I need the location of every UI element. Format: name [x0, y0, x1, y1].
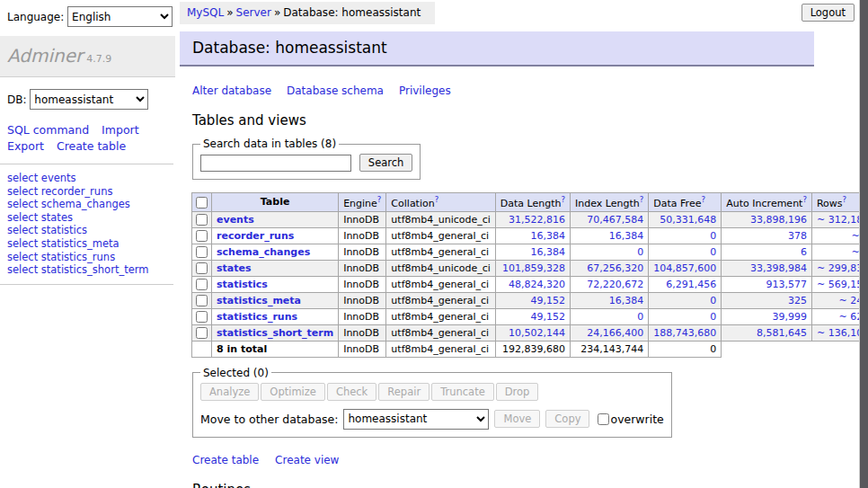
move-db-select[interactable]: homeassistant: [343, 409, 489, 430]
search-button[interactable]: Search: [359, 154, 413, 172]
vertical-scrollbar[interactable]: [859, 0, 868, 488]
table-name-link[interactable]: statistics: [217, 279, 268, 290]
db-select[interactable]: homeassistant: [30, 89, 148, 110]
breadcrumb-server-link[interactable]: Server: [236, 6, 271, 19]
row-checkbox[interactable]: [196, 327, 208, 339]
help-link[interactable]: ?: [435, 195, 439, 204]
select-table-link[interactable]: select statistics: [7, 224, 87, 236]
data-free-link[interactable]: 104,857,600: [653, 262, 716, 274]
select-table-link[interactable]: select statistics_short_term: [7, 263, 148, 276]
select-table-link[interactable]: select schema_changes: [7, 198, 130, 210]
create-table-link[interactable]: Create table: [192, 454, 259, 466]
auto-increment-link[interactable]: 325: [788, 295, 807, 306]
help-link[interactable]: ?: [701, 195, 705, 204]
logout-button[interactable]: Logout: [802, 4, 855, 22]
table-name-link[interactable]: schema_changes: [217, 246, 310, 258]
data-free-link[interactable]: 50,331,648: [660, 214, 716, 226]
auto-increment-link[interactable]: 913,577: [766, 279, 807, 290]
data-length-link[interactable]: 16,384: [531, 230, 566, 242]
row-checkbox[interactable]: [196, 246, 208, 258]
data-free-link[interactable]: 0: [710, 311, 716, 323]
row-checkbox[interactable]: [196, 279, 208, 290]
index-length-link[interactable]: 67,256,320: [587, 262, 643, 274]
index-length-link[interactable]: 24,166,400: [587, 327, 643, 339]
check-all-checkbox[interactable]: [196, 197, 208, 209]
row-checkbox[interactable]: [196, 295, 208, 306]
auto-increment-link[interactable]: 8,581,645: [757, 327, 807, 339]
table-row: schema_changesInnoDButf8mb4_general_ci16…: [192, 244, 868, 260]
select-table-link[interactable]: select states: [7, 211, 73, 224]
data-length-link[interactable]: 101,859,328: [502, 262, 565, 274]
auto-increment-link[interactable]: 6: [801, 246, 807, 258]
data-free-link[interactable]: 188,743,680: [653, 327, 716, 339]
help-link[interactable]: ?: [562, 195, 566, 204]
table-name-link[interactable]: recorder_runs: [217, 230, 294, 242]
optimize-button[interactable]: Optimize: [261, 383, 325, 401]
analyze-button[interactable]: Analyze: [200, 383, 259, 401]
select-table-link[interactable]: select recorder_runs: [7, 185, 112, 198]
table-link-item: select recorder_runs: [7, 185, 175, 199]
row-checkbox[interactable]: [196, 311, 208, 323]
data-free-link[interactable]: 0: [710, 230, 716, 242]
help-link[interactable]: ?: [843, 195, 847, 204]
import-link[interactable]: Import: [102, 123, 139, 137]
search-input[interactable]: [200, 155, 351, 172]
move-button[interactable]: Move: [494, 410, 540, 428]
index-length-link[interactable]: 0: [637, 246, 643, 258]
data-length-link[interactable]: 49,152: [531, 311, 566, 323]
data-length-link[interactable]: 49,152: [531, 295, 566, 306]
database-schema-link[interactable]: Database schema: [287, 84, 384, 97]
table-link-item: select statistics_short_term: [7, 263, 175, 277]
select-table-link[interactable]: select events: [7, 172, 76, 184]
drop-button[interactable]: Drop: [496, 383, 539, 401]
table-name-link[interactable]: statistics_short_term: [217, 327, 333, 339]
table-name-link[interactable]: statistics_meta: [217, 295, 301, 306]
language-select[interactable]: English: [67, 6, 173, 27]
row-checkbox-cell: [192, 244, 212, 260]
copy-button[interactable]: Copy: [545, 410, 589, 428]
overwrite-checkbox[interactable]: [598, 413, 609, 425]
move-label: Move to other database:: [200, 413, 338, 426]
export-link[interactable]: Export: [7, 139, 44, 153]
help-link[interactable]: ?: [377, 195, 382, 204]
auto-increment-link[interactable]: 33,398,984: [750, 262, 807, 274]
column-header: Index Length?: [571, 193, 649, 212]
index-length-link[interactable]: 0: [637, 311, 643, 323]
index-length-link[interactable]: 16,384: [609, 230, 644, 242]
column-header: Data Length?: [495, 193, 570, 212]
select-table-link[interactable]: select statistics_meta: [7, 237, 120, 250]
breadcrumb-mysql-link[interactable]: MySQL: [187, 6, 224, 19]
data-free-link[interactable]: 0: [710, 295, 716, 306]
app-version: 4.7.9: [86, 53, 111, 65]
table-name-link[interactable]: events: [217, 214, 254, 226]
data-length-link[interactable]: 16,384: [531, 246, 566, 258]
data-length-link[interactable]: 48,824,320: [509, 279, 565, 290]
row-checkbox[interactable]: [196, 230, 208, 242]
truncate-button[interactable]: Truncate: [431, 383, 494, 401]
repair-button[interactable]: Repair: [378, 383, 430, 401]
auto-increment-link[interactable]: 33,898,196: [750, 214, 807, 226]
alter-database-link[interactable]: Alter database: [192, 84, 271, 97]
help-link[interactable]: ?: [640, 195, 644, 204]
data-free-link[interactable]: 0: [710, 246, 716, 258]
data-length-link[interactable]: 31,522,816: [509, 214, 565, 226]
index-length-link[interactable]: 16,384: [609, 295, 644, 306]
data-free-link[interactable]: 6,291,456: [666, 279, 716, 290]
row-checkbox[interactable]: [196, 214, 208, 226]
auto-increment-link[interactable]: 378: [788, 230, 807, 242]
table-name-link[interactable]: statistics_runs: [217, 311, 297, 323]
help-link[interactable]: ?: [802, 195, 807, 204]
index-length-link[interactable]: 72,220,672: [587, 279, 643, 290]
select-table-link[interactable]: select statistics_runs: [7, 251, 115, 263]
create-table-link-sidebar[interactable]: Create table: [57, 139, 126, 153]
auto-increment-cell: 8,581,645: [722, 324, 812, 341]
index-length-link[interactable]: 70,467,584: [587, 214, 643, 226]
data-length-link[interactable]: 10,502,144: [509, 327, 565, 339]
create-view-link[interactable]: Create view: [275, 454, 339, 466]
check-button[interactable]: Check: [327, 383, 376, 401]
row-checkbox[interactable]: [196, 262, 208, 274]
auto-increment-link[interactable]: 39,999: [772, 311, 807, 323]
sql-command-link[interactable]: SQL command: [7, 123, 89, 137]
privileges-link[interactable]: Privileges: [399, 84, 451, 97]
table-name-link[interactable]: states: [217, 262, 252, 274]
